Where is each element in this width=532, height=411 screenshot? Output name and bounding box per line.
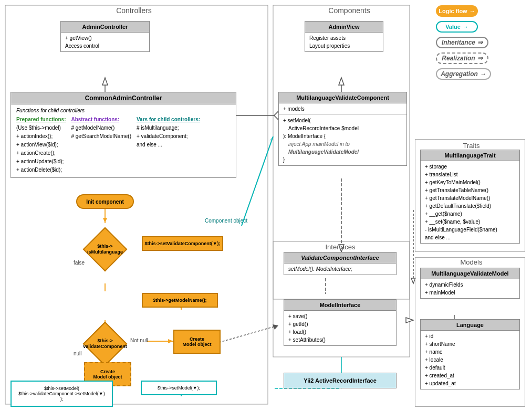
abstract-m2: # getSearchModelName() [71, 132, 131, 141]
svg-rect-0 [5, 5, 268, 404]
value-arrow: Value → [436, 21, 478, 33]
validate-component-interface-box: ValidateComponentInterface setModel(): M… [284, 252, 397, 275]
logic-flow-arrow-symbol: → [470, 8, 475, 14]
lang-m1: + id [425, 332, 515, 340]
mt-m10: and else ... [425, 234, 515, 241]
aggregation-label: Aggregation [441, 70, 478, 78]
admin-view-methods: Register assets Layout properties [305, 33, 383, 51]
lang-m3: + name [425, 348, 515, 356]
get-model-name-box: $this->getModelName(); [142, 293, 218, 308]
multilanguage-validate-component-title: MultilanguageValidateComponent [279, 92, 406, 103]
legend-value: Value → [436, 21, 528, 33]
admin-controller-methods: + getView() Access control [61, 33, 149, 51]
common-admin-subtitle: Functions for child controllers [16, 108, 231, 113]
multilanguage-trait-title: MultilanguageTrait [421, 150, 519, 161]
inheritance-arrow: Inheritance ⇒ [436, 37, 488, 48]
realization-arrow-symbol: ⇒ [477, 55, 483, 62]
mi-m4: + setAttributes() [288, 336, 392, 344]
model-interface-title: ModelInterface [284, 300, 396, 311]
validate-component-interface-title: ValidateComponentInterface [284, 252, 396, 264]
mvc-m2: + setModel( [283, 117, 402, 124]
abstract-title: Abstract functions: [71, 115, 131, 124]
vci-section: setModel(): ModelInterface; [284, 264, 396, 275]
init-component-box: Init component [76, 194, 134, 209]
models-section-label: Models [420, 258, 523, 266]
validate-component-diamond-container: $this->validateComponent [84, 323, 126, 365]
svg-marker-14 [406, 318, 413, 323]
inheritance-arrow-symbol: ⇒ [477, 39, 483, 46]
realization-label: Realization [442, 55, 475, 62]
abstract-col: Abstract functions: # getModelName() # g… [71, 115, 131, 174]
mvc-setmodel-section: + setModel( ActiveRecordInterface $model… [279, 115, 406, 165]
legend-area: Logic flow → Value → Inheritance ⇒ Reali… [436, 5, 528, 84]
value-label: Value [445, 24, 461, 30]
abstract-m1: # getModelName() [71, 124, 131, 132]
mt-m7: + __get($name) [425, 210, 515, 218]
false-label: false [74, 260, 85, 266]
language-box: Language + id + shortName + name + local… [420, 319, 520, 389]
set-model-1-box: $this->setModel($this->validateComponent… [11, 381, 113, 407]
legend-aggregation: Aggregation → [436, 68, 528, 80]
prepared-m1: + actionIndex(); [16, 132, 66, 141]
null-label: null [74, 351, 82, 356]
prepared-title: Prepared functions: [16, 115, 66, 124]
mt-m9: - isMultiLanguageField($name) [425, 226, 515, 234]
mvc-m7: } [283, 156, 402, 164]
mvc-m3: ActiveRecordInterface $model [283, 124, 402, 132]
vars-m3: and else ... [137, 141, 200, 149]
create-model-object-1-box: CreateModel object [173, 330, 221, 354]
multilanguage-trait-box: MultilanguageTrait + storage + translate… [420, 150, 520, 244]
model-interface-box: ModelInterface + save() + getId() + load… [284, 299, 397, 346]
mvc-m4: ): ModelInterface { [283, 132, 402, 140]
mvc-m6: MultilanguageValidateModel [283, 148, 402, 156]
component-object-label: Component object [205, 218, 247, 224]
logic-flow-label: Logic flow [439, 8, 467, 14]
lang-m5: + default [425, 364, 515, 372]
yii2-active-record-box: Yii2 ActiveRecordInterface [284, 373, 397, 388]
admin-view-box: AdminView Register assets Layout propert… [305, 21, 383, 52]
language-title: Language [421, 320, 519, 331]
common-admin-controller-body: Functions for child controllers Prepared… [11, 104, 236, 177]
init-component-label: Init component [86, 199, 124, 205]
set-validate-component-box: $this->setValidateComponent(▼); [142, 236, 223, 251]
multilanguage-validate-model-box: MultilanguageValidateModel + dynamicFiel… [420, 268, 520, 299]
logic-flow-arrow: Logic flow → [436, 5, 478, 17]
set-model-2-label: $this->setModel(▼); [158, 385, 200, 391]
value-arrow-symbol: → [463, 24, 468, 30]
components-label: Components [310, 6, 389, 15]
common-admin-controller-box: CommonAdminController Functions for chil… [11, 92, 236, 178]
vars-m1: # isMultilanguage; [137, 124, 200, 132]
prepared-col: Prepared functions: (Use $this->model) +… [16, 115, 66, 174]
vci-method: setModel(): ModelInterface; [288, 265, 392, 273]
mt-m2: + translateList [425, 171, 515, 178]
common-admin-controller-title: CommonAdminController [11, 92, 236, 104]
mt-m5: + getTranslateModelName() [425, 194, 515, 202]
lang-m7: + updated_at [425, 380, 515, 387]
svg-marker-6 [339, 78, 344, 85]
set-model-1-label: $this->setModel($this->validateComponent… [18, 386, 105, 402]
mi-section: + save() + getId() + load() + setAttribu… [284, 311, 396, 345]
lang-m4: + locale [425, 356, 515, 364]
aggregation-arrow-symbol: → [480, 70, 486, 78]
mvm-m1: + dynamicFields [425, 281, 515, 289]
controllers-label: Controllers [95, 6, 173, 15]
prepared-m4: + actionUpdate($id); [16, 157, 66, 166]
lang-m6: + created_at [425, 372, 515, 380]
legend-inheritance: Inheritance ⇒ [436, 37, 528, 48]
yii2-active-record-title: Yii2 ActiveRecordInterface [304, 377, 377, 384]
mt-section: + storage + translateList + getKeyToMain… [421, 161, 519, 243]
mvm-m2: + mainModel [425, 289, 515, 297]
mt-m6: + getDefaultTranslate($field) [425, 202, 515, 210]
mt-m1: + storage [425, 163, 515, 171]
mvc-m5: inject App mainModel in to [283, 140, 402, 148]
multilanguage-validate-model-title: MultilanguageValidateModel [421, 268, 519, 279]
interfaces-label: Interfaces [275, 243, 405, 251]
vars-col: Vars for child controllers: # isMultilan… [137, 115, 200, 174]
create-model-object-2-label: CreateModel object [93, 369, 122, 380]
validate-component-label: $this->validateComponent [83, 338, 127, 350]
is-multilanguage-diamond-container: $this->isMultilanguage [84, 228, 126, 270]
prepared-note: (Use $this->model) [16, 124, 66, 132]
aggregation-arrow: Aggregation → [436, 68, 491, 80]
set-validate-component-label: $this->setValidateComponent(▼); [144, 241, 220, 246]
not-null-label: Not null [130, 338, 148, 343]
